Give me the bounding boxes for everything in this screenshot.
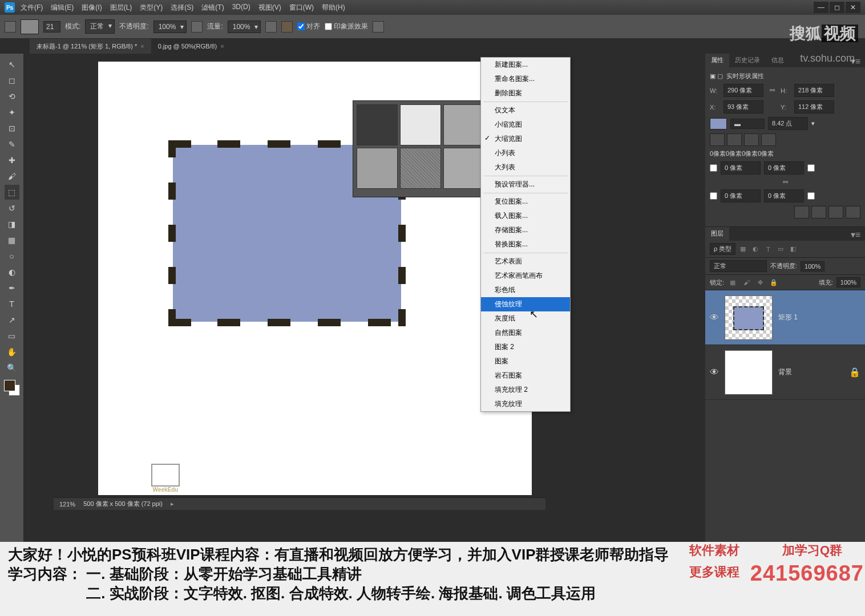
history-brush-tool[interactable]: ↺ xyxy=(5,201,19,216)
visibility-icon[interactable]: 👁 xyxy=(710,367,720,378)
layer-row-shape[interactable]: 👁 矩形 1 xyxy=(705,290,865,345)
ctx-small-list[interactable]: 小列表 xyxy=(481,146,570,160)
move-tool[interactable]: ↖ xyxy=(5,57,19,72)
height-input[interactable]: 218 像素 xyxy=(794,84,834,97)
corner-check-tl[interactable] xyxy=(710,164,717,172)
gradient-tool[interactable]: ▦ xyxy=(5,233,19,248)
ctx-artist-brush[interactable]: 艺术家画笔画布 xyxy=(481,269,570,283)
ctx-fill-texture-2[interactable]: 填充纹理 2 xyxy=(481,383,570,397)
airbrush-icon[interactable] xyxy=(265,21,277,33)
ctx-nature-patterns[interactable]: 自然图案 xyxy=(481,326,570,340)
close-tab-icon[interactable]: × xyxy=(140,43,144,50)
ctx-fill-texture[interactable]: 填充纹理 xyxy=(481,397,570,411)
filter-text-icon[interactable]: T xyxy=(763,244,773,254)
align-btn[interactable] xyxy=(710,133,725,146)
lock-paint-icon[interactable]: 🖌 xyxy=(741,277,751,287)
ctx-rename-pattern[interactable]: 重命名图案... xyxy=(481,72,570,86)
corner-check-br[interactable] xyxy=(807,192,815,200)
brush-preview[interactable] xyxy=(21,19,39,34)
ctx-grayscale-paper[interactable]: 灰度纸 xyxy=(481,311,570,326)
ctx-patterns-2[interactable]: 图案 2 xyxy=(481,340,570,354)
crop-tool[interactable]: ⊡ xyxy=(5,121,19,136)
menu-image[interactable]: 图像(I) xyxy=(82,3,102,13)
visibility-icon[interactable]: 👁 xyxy=(710,313,720,323)
ctx-rock-patterns[interactable]: 岩石图案 xyxy=(481,368,570,383)
properties-tab[interactable]: 属性 xyxy=(705,54,729,67)
stroke-width-input[interactable]: 8.42 点 xyxy=(768,117,808,130)
tool-preset-icon[interactable] xyxy=(5,21,16,33)
pathop-btn[interactable] xyxy=(846,206,860,218)
text-tool[interactable]: T xyxy=(5,297,19,311)
align-btn[interactable] xyxy=(761,133,776,146)
lock-pos-icon[interactable]: ✥ xyxy=(755,277,765,287)
corner-bl-input[interactable]: 0 像素 xyxy=(721,189,761,202)
dodge-tool[interactable]: ◐ xyxy=(5,265,19,279)
brush-size[interactable]: 21 xyxy=(43,21,60,33)
heal-tool[interactable]: ✚ xyxy=(5,153,19,168)
align-btn[interactable] xyxy=(744,133,759,146)
pattern-tile[interactable] xyxy=(443,104,484,145)
lock-all-icon[interactable]: 🔒 xyxy=(769,277,779,287)
menu-filter[interactable]: 滤镜(T) xyxy=(201,3,224,13)
menu-window[interactable]: 窗口(W) xyxy=(289,3,314,13)
menu-3d[interactable]: 3D(D) xyxy=(232,3,250,13)
wand-tool[interactable]: ✦ xyxy=(5,105,19,120)
shape-tool[interactable]: ▭ xyxy=(5,329,19,343)
pattern-tile[interactable] xyxy=(357,148,398,189)
lasso-tool[interactable]: ⟲ xyxy=(5,89,19,104)
ctx-color-paper[interactable]: 彩色纸 xyxy=(481,283,570,297)
pressure-opacity-icon[interactable] xyxy=(191,21,203,33)
ctx-art-surface[interactable]: 艺术表面 xyxy=(481,254,570,269)
pattern-tile[interactable] xyxy=(357,104,398,145)
pathop-btn[interactable] xyxy=(828,206,843,218)
menu-help[interactable]: 帮助(H) xyxy=(322,3,345,13)
stroke-dropdown-icon[interactable]: ▾ xyxy=(811,120,815,127)
menu-layer[interactable]: 图层(L) xyxy=(110,3,132,13)
ctx-save-patterns[interactable]: 存储图案... xyxy=(481,223,570,237)
ctx-reset-patterns[interactable]: 复位图案... xyxy=(481,194,570,209)
pattern-picker-icon[interactable] xyxy=(281,21,293,33)
stamp-tool[interactable]: ⬚ xyxy=(5,185,19,200)
menu-type[interactable]: 类型(Y) xyxy=(140,3,163,13)
fg-color-swatch[interactable] xyxy=(4,380,15,391)
align-checkbox[interactable] xyxy=(297,23,305,30)
pattern-tile[interactable] xyxy=(400,148,441,189)
zoom-level[interactable]: 121% xyxy=(59,501,75,508)
ctx-erosion-texture[interactable]: 侵蚀纹理 xyxy=(481,297,570,311)
x-input[interactable]: 93 像素 xyxy=(723,100,763,114)
filter-smart-icon[interactable]: ◧ xyxy=(788,244,798,254)
menu-edit[interactable]: 编辑(E) xyxy=(51,3,74,13)
path-tool[interactable]: ↗ xyxy=(5,313,19,327)
impressionist-checkbox[interactable] xyxy=(325,23,332,30)
status-arrow-icon[interactable]: ▸ xyxy=(171,500,174,508)
filter-pixel-icon[interactable]: ▦ xyxy=(738,244,748,254)
document-tab-1[interactable]: 未标题-1 @ 121% (矩形 1, RGB/8) *× xyxy=(30,39,151,54)
flow-select[interactable]: 100% xyxy=(228,21,261,33)
layer-row-bg[interactable]: 👁 背景 🔒 xyxy=(705,345,865,400)
ctx-large-list[interactable]: 大列表 xyxy=(481,160,570,175)
align-btn[interactable] xyxy=(727,133,742,146)
close-tab-icon[interactable]: × xyxy=(220,43,224,50)
ctx-new-pattern[interactable]: 新建图案... xyxy=(481,58,570,72)
canvas-area[interactable]: WeekEdu ⚙ 121% 500 像素 x 500 像素 (72 ppi) xyxy=(24,54,705,584)
layer-filter-select[interactable]: ρ 类型 xyxy=(710,243,735,255)
pathop-btn[interactable] xyxy=(794,206,809,218)
ctx-delete-pattern[interactable]: 删除图案 xyxy=(481,86,570,100)
link-corners-icon[interactable]: ⚯ xyxy=(780,178,790,186)
ctx-load-patterns[interactable]: 载入图案... xyxy=(481,209,570,223)
corner-check-bl[interactable] xyxy=(710,192,717,200)
ctx-small-thumb[interactable]: 小缩览图 xyxy=(481,117,570,132)
pathop-btn[interactable] xyxy=(811,206,826,218)
layers-tab[interactable]: 图层 xyxy=(705,227,729,241)
ctx-preset-manager[interactable]: 预设管理器... xyxy=(481,177,570,192)
brush-tool[interactable]: 🖌 xyxy=(5,169,19,184)
document-tab-2[interactable]: 0.jpg @ 50%(RGB/8)× xyxy=(151,39,231,54)
hand-tool[interactable]: ✋ xyxy=(5,345,19,359)
layer-opacity-input[interactable]: 100% xyxy=(801,261,824,271)
color-swatches[interactable] xyxy=(4,380,20,396)
y-input[interactable]: 112 像素 xyxy=(794,100,834,114)
corner-tr-input[interactable]: 0 像素 xyxy=(764,161,804,175)
pressure-size-icon[interactable] xyxy=(373,21,384,33)
info-tab[interactable]: 信息 xyxy=(766,54,790,67)
history-tab[interactable]: 历史记录 xyxy=(729,54,766,67)
